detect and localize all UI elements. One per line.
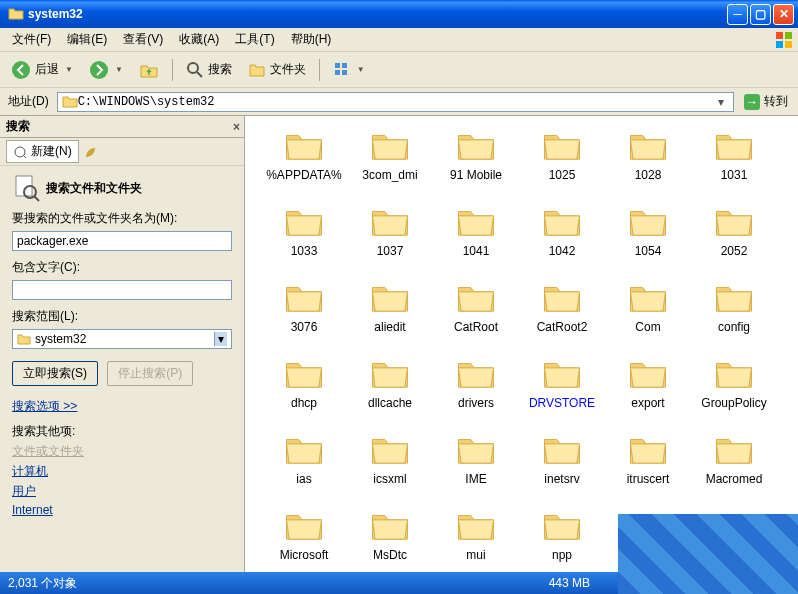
forward-icon <box>89 60 109 80</box>
folder-item[interactable]: CatRoot2 <box>519 276 605 352</box>
svg-point-5 <box>90 61 108 79</box>
folder-item[interactable]: 1031 <box>691 124 777 200</box>
folder-label: Com <box>635 320 660 334</box>
folder-item[interactable]: 1041 <box>433 200 519 276</box>
folder-item[interactable]: 1028 <box>605 124 691 200</box>
folder-item[interactable]: dllcache <box>347 352 433 428</box>
svg-rect-1 <box>785 32 792 39</box>
sidebar-close-button[interactable]: × <box>233 120 240 134</box>
folder-item[interactable]: aliedit <box>347 276 433 352</box>
folder-item[interactable]: %APPDATA% <box>261 124 347 200</box>
link-people[interactable]: 用户 <box>12 483 232 500</box>
folder-item[interactable]: 2052 <box>691 200 777 276</box>
folder-label: CatRoot2 <box>537 320 588 334</box>
folder-item[interactable]: MsDtc <box>347 504 433 572</box>
stop-search-button: 停止搜索(P) <box>107 361 193 386</box>
search-now-button[interactable]: 立即搜索(S) <box>12 361 98 386</box>
folder-label: 91 Mobile <box>450 168 502 182</box>
go-button[interactable]: → 转到 <box>738 91 794 113</box>
minimize-button[interactable]: ─ <box>727 4 748 25</box>
chevron-down-icon: ▼ <box>115 65 123 74</box>
folder-label: DRVSTORE <box>529 396 595 410</box>
go-arrow-icon: → <box>744 94 760 110</box>
menu-file[interactable]: 文件(F) <box>4 28 59 51</box>
link-computers[interactable]: 计算机 <box>12 463 232 480</box>
folder-item[interactable]: npp <box>519 504 605 572</box>
windows-flag-icon <box>774 30 794 50</box>
folder-item[interactable]: Com <box>605 276 691 352</box>
link-files-or-folders[interactable]: 文件或文件夹 <box>12 443 232 460</box>
folder-label: mui <box>466 548 485 562</box>
contains-input[interactable] <box>12 280 232 300</box>
back-button[interactable]: 后退 ▼ <box>4 56 80 84</box>
status-size: 443 MB <box>549 576 590 590</box>
folder-item[interactable]: ias <box>261 428 347 504</box>
folder-item[interactable]: config <box>691 276 777 352</box>
folder-item[interactable]: 1025 <box>519 124 605 200</box>
toolbar: 后退 ▼ ▼ 搜索 文件夹 ▼ <box>0 52 798 88</box>
folder-item[interactable]: CatRoot <box>433 276 519 352</box>
folder-item[interactable]: icsxml <box>347 428 433 504</box>
folder-item[interactable]: 3076 <box>261 276 347 352</box>
folders-button[interactable]: 文件夹 <box>241 56 313 84</box>
svg-rect-0 <box>776 32 783 39</box>
maximize-button[interactable]: ▢ <box>750 4 771 25</box>
folder-item[interactable]: 91 Mobile <box>433 124 519 200</box>
folder-item[interactable]: 3com_dmi <box>347 124 433 200</box>
forward-button[interactable]: ▼ <box>82 56 130 84</box>
menu-help[interactable]: 帮助(H) <box>283 28 340 51</box>
address-label: 地址(D) <box>4 93 53 110</box>
svg-rect-9 <box>342 63 347 68</box>
folder-label: npp <box>552 548 572 562</box>
folder-label: 1033 <box>291 244 318 258</box>
search-files-icon <box>12 174 40 202</box>
new-search-button[interactable]: 新建(N) <box>6 140 79 163</box>
folder-item[interactable]: export <box>605 352 691 428</box>
name-input[interactable] <box>12 231 232 251</box>
folder-item[interactable]: 1037 <box>347 200 433 276</box>
folder-item[interactable]: 1054 <box>605 200 691 276</box>
companion-icon[interactable] <box>83 143 101 161</box>
folder-item[interactable]: 1042 <box>519 200 605 276</box>
folder-item[interactable]: Macromed <box>691 428 777 504</box>
svg-rect-11 <box>342 70 347 75</box>
address-input[interactable]: C:\WINDOWS\system32 ▾ <box>57 92 734 112</box>
folder-item[interactable]: itruscert <box>605 428 691 504</box>
address-dropdown[interactable]: ▾ <box>713 95 729 109</box>
folder-item[interactable]: GroupPolicy <box>691 352 777 428</box>
window-title: system32 <box>28 7 727 21</box>
link-internet[interactable]: Internet <box>12 503 232 517</box>
folder-item[interactable]: inetsrv <box>519 428 605 504</box>
menu-favorites[interactable]: 收藏(A) <box>171 28 227 51</box>
folder-item[interactable]: drivers <box>433 352 519 428</box>
folder-label: %APPDATA% <box>266 168 342 182</box>
folder-item[interactable]: 1033 <box>261 200 347 276</box>
folder-label: 3076 <box>291 320 318 334</box>
folder-item[interactable]: DRVSTORE <box>519 352 605 428</box>
folder-item[interactable]: dhcp <box>261 352 347 428</box>
up-button[interactable] <box>132 56 166 84</box>
folder-label: inetsrv <box>544 472 579 486</box>
folder-label: Macromed <box>706 472 763 486</box>
close-button[interactable]: ✕ <box>773 4 794 25</box>
folder-item[interactable]: mui <box>433 504 519 572</box>
scope-select[interactable]: system32 ▾ <box>12 329 232 349</box>
folder-label: 1025 <box>549 168 576 182</box>
menu-edit[interactable]: 编辑(E) <box>59 28 115 51</box>
chevron-down-icon: ▼ <box>357 65 365 74</box>
views-button[interactable]: ▼ <box>326 56 372 84</box>
folder-item[interactable]: Microsoft <box>261 504 347 572</box>
menu-view[interactable]: 查看(V) <box>115 28 171 51</box>
name-label: 要搜索的文件或文件夹名为(M): <box>12 210 232 227</box>
folder-view[interactable]: %APPDATA%3com_dmi91 Mobile10251028103110… <box>245 116 798 572</box>
menu-tools[interactable]: 工具(T) <box>227 28 282 51</box>
folder-label: 1031 <box>721 168 748 182</box>
search-sidebar: 搜索 × 新建(N) 搜索文件和文件夹 要搜索的文件或文件夹名为(M): 包含文… <box>0 116 245 572</box>
search-options-link[interactable]: 搜索选项 >> <box>12 398 232 415</box>
search-button[interactable]: 搜索 <box>179 56 239 84</box>
svg-line-7 <box>197 72 202 77</box>
svg-rect-10 <box>335 70 340 75</box>
folders-icon <box>248 61 266 79</box>
folder-item[interactable]: IME <box>433 428 519 504</box>
address-path: C:\WINDOWS\system32 <box>78 95 713 109</box>
